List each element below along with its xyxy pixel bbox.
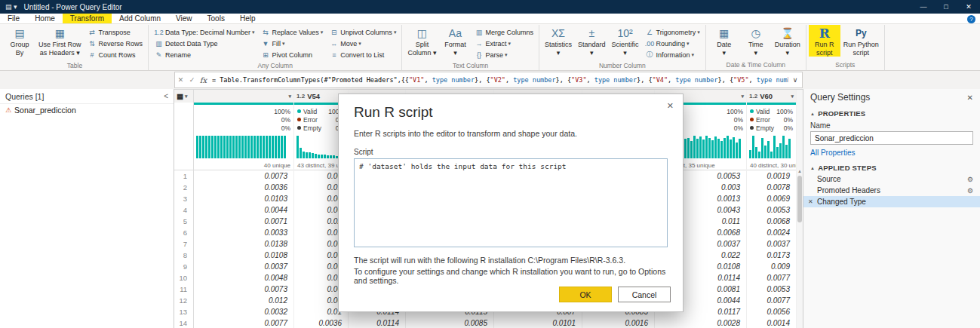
grid-cell[interactable]: 0.0036 [294, 317, 348, 328]
tab-file[interactable]: File [0, 14, 27, 23]
grid-cell[interactable]: 0.0078 [747, 182, 796, 193]
maximize-button[interactable]: □ [935, 0, 957, 14]
row-number[interactable]: 1 [174, 170, 193, 182]
close-dialog-icon[interactable]: ✕ [667, 101, 674, 111]
row-number[interactable]: 13 [174, 306, 193, 317]
grid-cell[interactable]: 0.012 [194, 295, 293, 306]
trigonometry-button[interactable]: ∠Trigonometry▾ [643, 26, 702, 38]
data-type-decimal-number-button[interactable]: 1.2Data Type: Decimal Number▾ [152, 26, 257, 38]
close-button[interactable]: ✕ [957, 0, 980, 14]
applied-step-changed-type[interactable]: ✕Changed Type [803, 196, 980, 207]
grid-cell[interactable]: 0.0053 [747, 204, 796, 216]
filter-icon[interactable]: ▾ [791, 93, 794, 100]
row-number[interactable]: 2 [174, 182, 193, 193]
grid-cell[interactable]: 0.0077 [747, 295, 796, 306]
vertical-scrollbar[interactable]: ▴ [797, 90, 803, 328]
grid-cell[interactable]: 0.0073 [194, 170, 293, 182]
grid-cell[interactable]: 0.0069 [747, 193, 796, 204]
row-number[interactable]: 9 [174, 261, 193, 272]
grid-cell[interactable]: 0.0056 [747, 306, 796, 317]
grid-cell[interactable]: 0.0037 [747, 238, 796, 250]
query-name-field[interactable]: Sonar_prediccion [810, 131, 973, 145]
quick-access-arrow-icon[interactable]: ▾ [14, 3, 17, 11]
fill-button[interactable]: ▼Fill▾ [258, 38, 325, 49]
properties-section-header[interactable]: ▲ PROPERTIES [803, 106, 980, 119]
grid-cell[interactable]: 0.0173 [747, 250, 796, 261]
row-number[interactable]: 14 [174, 317, 193, 328]
row-number[interactable]: 6 [174, 227, 193, 238]
grid-cell[interactable]: 0.009 [747, 261, 796, 272]
row-number[interactable]: 8 [174, 250, 193, 261]
time-button[interactable]: ◷Time▾ [740, 25, 772, 57]
scrollbar-thumb[interactable] [797, 176, 802, 222]
format-button[interactable]: AaFormat▾ [439, 25, 471, 57]
formula-input[interactable]: = Table.TransformColumnTypes(#"Promoted … [209, 76, 788, 84]
save-icon[interactable]: ▤ [5, 3, 14, 11]
cancel-formula-icon[interactable]: ✕ [175, 76, 186, 84]
grid-cell[interactable]: 0.0068 [747, 216, 796, 227]
tab-add-column[interactable]: Add Column [112, 14, 168, 23]
grid-cell[interactable]: 0.0071 [194, 216, 293, 227]
delete-step-icon[interactable]: ✕ [808, 198, 813, 205]
grid-cell[interactable]: 0.0101 [494, 317, 582, 328]
grid-cell[interactable]: 0.0138 [194, 238, 293, 250]
row-number[interactable]: 3 [174, 193, 193, 204]
convert-to-list-button[interactable]: ≡Convert to List [327, 49, 398, 60]
applied-step-promoted-headers[interactable]: Promoted Headers⚙ [803, 185, 980, 196]
group-by-button[interactable]: ▤GroupBy [4, 25, 35, 57]
grid-cell[interactable]: 0.0014 [747, 317, 796, 328]
ok-button[interactable]: OK [559, 287, 612, 302]
reverse-rows-button[interactable]: ⇅Reverse Rows [85, 38, 146, 49]
row-number[interactable]: 11 [174, 284, 193, 295]
scientific-button[interactable]: 10²Scientific▾ [609, 25, 642, 57]
gear-icon[interactable]: ⚙ [967, 187, 973, 195]
grid-cell[interactable]: 0.0019 [747, 170, 796, 182]
applied-steps-section-header[interactable]: ▲ APPLIED STEPS [803, 160, 980, 173]
grid-cell[interactable]: 0.0033 [194, 227, 293, 238]
tab-view[interactable]: View [168, 14, 200, 23]
grid-cell[interactable]: 0.0016 [582, 317, 654, 328]
row-number[interactable]: 5 [174, 216, 193, 227]
row-number[interactable]: 12 [174, 295, 193, 306]
row-number[interactable]: 4 [174, 204, 193, 216]
grid-cell[interactable]: 0.0044 [194, 204, 293, 216]
grid-cell[interactable]: 0.0103 [194, 193, 293, 204]
cancel-button[interactable]: Cancel [618, 287, 671, 302]
column-header[interactable]: ▾ [194, 90, 293, 103]
transpose-button[interactable]: ⇄Transpose [85, 26, 146, 38]
gear-icon[interactable]: ⚙ [967, 176, 973, 183]
run-python-script-button[interactable]: PyRun Pythonscript [840, 25, 882, 57]
standard-button[interactable]: ±Standard▾ [575, 25, 609, 57]
grid-cell[interactable]: 0.0032 [194, 306, 293, 317]
grid-cell[interactable]: 0.0077 [194, 317, 293, 328]
rounding-button[interactable]: .00Rounding▾ [643, 38, 702, 49]
grid-cell[interactable]: 0.0077 [747, 272, 796, 284]
grid-corner-menu[interactable]: ▦▾ [174, 90, 193, 103]
parse-button[interactable]: {}Parse▾ [472, 49, 536, 60]
grid-cell[interactable]: 0.0048 [194, 272, 293, 284]
close-panel-icon[interactable]: ✕ [967, 93, 973, 102]
detect-data-type-button[interactable]: ▥Detect Data Type [152, 38, 257, 49]
duration-button[interactable]: ⌛Duration▾ [772, 25, 803, 57]
merge-columns-button[interactable]: ▥Merge Columns [472, 26, 536, 38]
use-first-row-as-headers-button[interactable]: ▦Use First Rowas Headers ▾ [35, 25, 84, 57]
expand-formula-icon[interactable]: ∨ [788, 76, 802, 84]
count-rows-button[interactable]: #Count Rows [85, 49, 146, 60]
grid-cell[interactable]: 0.0024 [747, 227, 796, 238]
tab-help[interactable]: Help [232, 14, 263, 23]
commit-formula-icon[interactable]: ✓ [186, 76, 198, 84]
collapse-panel-icon[interactable]: < [164, 92, 168, 100]
replace-values-button[interactable]: ⇆Replace Values▾ [258, 26, 325, 38]
split-column-button[interactable]: ◫SplitColumn ▾ [404, 25, 439, 57]
scroll-up-icon[interactable]: ▴ [798, 168, 801, 176]
row-number[interactable]: 7 [174, 238, 193, 250]
move-button[interactable]: ↔Move▾ [327, 38, 398, 49]
rename-button[interactable]: ✎Rename [152, 49, 257, 60]
filter-icon[interactable]: ▾ [741, 93, 744, 100]
minimize-button[interactable]: — [912, 0, 935, 14]
tab-home[interactable]: Home [27, 14, 63, 23]
pivot-column-button[interactable]: ⊞Pivot Column [258, 49, 325, 60]
r-script-editor[interactable]: # 'dataset' holds the input data for thi… [354, 158, 668, 247]
extract-button[interactable]: →Extract▾ [472, 38, 536, 49]
tab-transform[interactable]: Transform [63, 14, 112, 23]
